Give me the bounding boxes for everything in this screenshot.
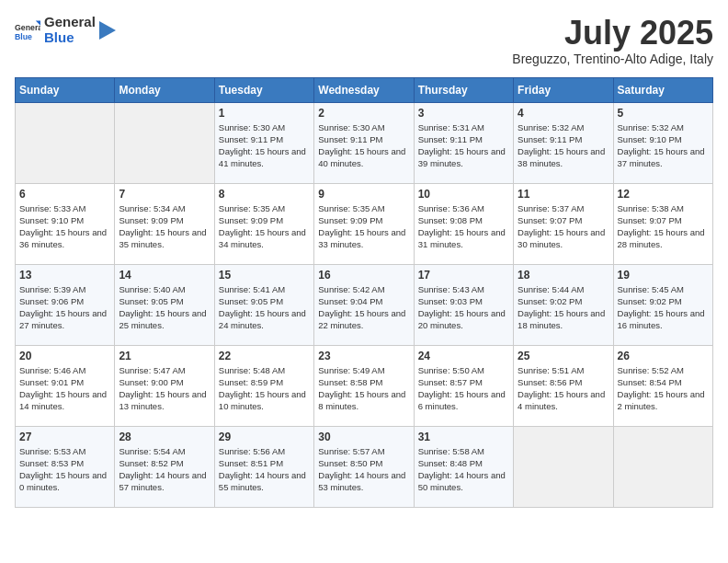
title-block: July 2025 Breguzzo, Trentino-Alto Adige,… <box>512 15 713 66</box>
day-number: 4 <box>518 107 609 120</box>
day-number: 22 <box>219 350 310 362</box>
calendar-cell <box>16 102 115 183</box>
header-monday: Monday <box>115 77 214 102</box>
calendar-cell: 24Sunrise: 5:50 AMSunset: 8:57 PMDayligh… <box>414 345 513 426</box>
day-detail: Sunrise: 5:33 AMSunset: 9:10 PMDaylight:… <box>19 202 110 251</box>
calendar-cell <box>613 426 712 507</box>
day-detail: Sunrise: 5:47 AMSunset: 9:00 PMDaylight:… <box>119 364 210 413</box>
day-detail: Sunrise: 5:53 AMSunset: 8:53 PMDaylight:… <box>19 445 110 494</box>
calendar-cell: 14Sunrise: 5:40 AMSunset: 9:05 PMDayligh… <box>115 264 214 345</box>
logo-general-text: General <box>44 15 96 30</box>
day-number: 23 <box>318 350 409 362</box>
calendar-cell: 21Sunrise: 5:47 AMSunset: 9:00 PMDayligh… <box>115 345 214 426</box>
calendar-cell: 13Sunrise: 5:39 AMSunset: 9:06 PMDayligh… <box>16 264 115 345</box>
day-detail: Sunrise: 5:42 AMSunset: 9:04 PMDaylight:… <box>318 283 409 332</box>
header-saturday: Saturday <box>613 77 712 102</box>
day-number: 31 <box>418 431 509 443</box>
svg-marker-3 <box>99 21 116 40</box>
calendar-cell: 4Sunrise: 5:32 AMSunset: 9:11 PMDaylight… <box>514 102 613 183</box>
day-detail: Sunrise: 5:58 AMSunset: 8:48 PMDaylight:… <box>418 445 509 494</box>
day-number: 18 <box>518 269 609 282</box>
calendar-cell: 9Sunrise: 5:35 AMSunset: 9:09 PMDaylight… <box>314 183 414 264</box>
day-detail: Sunrise: 5:30 AMSunset: 9:11 PMDaylight:… <box>318 121 409 170</box>
svg-text:Blue: Blue <box>15 31 32 40</box>
calendar-table: Sunday Monday Tuesday Wednesday Thursday… <box>15 77 713 508</box>
logo-arrow-icon <box>99 21 116 40</box>
day-number: 16 <box>318 269 409 282</box>
header-thursday: Thursday <box>414 77 513 102</box>
day-detail: Sunrise: 5:40 AMSunset: 9:05 PMDaylight:… <box>119 283 210 332</box>
calendar-cell: 29Sunrise: 5:56 AMSunset: 8:51 PMDayligh… <box>214 426 313 507</box>
header-wednesday: Wednesday <box>314 77 414 102</box>
calendar-cell: 18Sunrise: 5:44 AMSunset: 9:02 PMDayligh… <box>514 264 613 345</box>
calendar-cell: 17Sunrise: 5:43 AMSunset: 9:03 PMDayligh… <box>414 264 513 345</box>
calendar-cell: 25Sunrise: 5:51 AMSunset: 8:56 PMDayligh… <box>514 345 613 426</box>
calendar-cell: 15Sunrise: 5:41 AMSunset: 9:05 PMDayligh… <box>214 264 313 345</box>
day-detail: Sunrise: 5:31 AMSunset: 9:11 PMDaylight:… <box>418 121 509 170</box>
day-number: 12 <box>618 188 709 201</box>
calendar-cell: 7Sunrise: 5:34 AMSunset: 9:09 PMDaylight… <box>115 183 214 264</box>
day-detail: Sunrise: 5:37 AMSunset: 9:07 PMDaylight:… <box>518 202 609 251</box>
header-friday: Friday <box>514 77 613 102</box>
calendar-cell: 19Sunrise: 5:45 AMSunset: 9:02 PMDayligh… <box>613 264 712 345</box>
calendar-cell <box>115 102 214 183</box>
calendar-cell: 30Sunrise: 5:57 AMSunset: 8:50 PMDayligh… <box>314 426 414 507</box>
calendar-cell: 12Sunrise: 5:38 AMSunset: 9:07 PMDayligh… <box>613 183 712 264</box>
calendar-week-row: 27Sunrise: 5:53 AMSunset: 8:53 PMDayligh… <box>16 426 713 507</box>
day-detail: Sunrise: 5:43 AMSunset: 9:03 PMDaylight:… <box>418 283 509 332</box>
day-detail: Sunrise: 5:51 AMSunset: 8:56 PMDaylight:… <box>518 364 609 413</box>
logo: General Blue General Blue <box>15 15 116 45</box>
day-number: 6 <box>19 188 110 201</box>
month-title: July 2025 <box>512 15 713 52</box>
day-number: 1 <box>219 107 310 120</box>
calendar-cell: 11Sunrise: 5:37 AMSunset: 9:07 PMDayligh… <box>514 183 613 264</box>
day-detail: Sunrise: 5:52 AMSunset: 8:54 PMDaylight:… <box>618 364 709 413</box>
day-detail: Sunrise: 5:54 AMSunset: 8:52 PMDaylight:… <box>119 445 210 494</box>
day-number: 15 <box>219 269 310 282</box>
day-number: 30 <box>318 431 409 443</box>
calendar-cell: 20Sunrise: 5:46 AMSunset: 9:01 PMDayligh… <box>16 345 115 426</box>
day-detail: Sunrise: 5:35 AMSunset: 9:09 PMDaylight:… <box>318 202 409 251</box>
calendar-cell: 28Sunrise: 5:54 AMSunset: 8:52 PMDayligh… <box>115 426 214 507</box>
day-detail: Sunrise: 5:45 AMSunset: 9:02 PMDaylight:… <box>618 283 709 332</box>
day-number: 19 <box>618 269 709 282</box>
calendar-cell: 10Sunrise: 5:36 AMSunset: 9:08 PMDayligh… <box>414 183 513 264</box>
day-number: 2 <box>318 107 409 120</box>
day-number: 24 <box>418 350 509 362</box>
day-detail: Sunrise: 5:50 AMSunset: 8:57 PMDaylight:… <box>418 364 509 413</box>
day-number: 28 <box>119 431 210 443</box>
day-detail: Sunrise: 5:46 AMSunset: 9:01 PMDaylight:… <box>19 364 110 413</box>
day-number: 9 <box>318 188 409 201</box>
page-header: General Blue General Blue July 2025 Breg… <box>15 15 713 66</box>
day-detail: Sunrise: 5:38 AMSunset: 9:07 PMDaylight:… <box>618 202 709 251</box>
day-detail: Sunrise: 5:49 AMSunset: 8:58 PMDaylight:… <box>318 364 409 413</box>
day-detail: Sunrise: 5:56 AMSunset: 8:51 PMDaylight:… <box>219 445 310 494</box>
day-number: 14 <box>119 269 210 282</box>
day-detail: Sunrise: 5:34 AMSunset: 9:09 PMDaylight:… <box>119 202 210 251</box>
day-detail: Sunrise: 5:30 AMSunset: 9:11 PMDaylight:… <box>219 121 310 170</box>
day-detail: Sunrise: 5:35 AMSunset: 9:09 PMDaylight:… <box>219 202 310 251</box>
calendar-cell: 1Sunrise: 5:30 AMSunset: 9:11 PMDaylight… <box>214 102 313 183</box>
calendar-week-row: 13Sunrise: 5:39 AMSunset: 9:06 PMDayligh… <box>16 264 713 345</box>
logo-icon: General Blue <box>15 17 40 43</box>
calendar-cell: 23Sunrise: 5:49 AMSunset: 8:58 PMDayligh… <box>314 345 414 426</box>
calendar-week-row: 6Sunrise: 5:33 AMSunset: 9:10 PMDaylight… <box>16 183 713 264</box>
day-detail: Sunrise: 5:44 AMSunset: 9:02 PMDaylight:… <box>518 283 609 332</box>
day-number: 26 <box>618 350 709 362</box>
calendar-cell: 16Sunrise: 5:42 AMSunset: 9:04 PMDayligh… <box>314 264 414 345</box>
day-number: 3 <box>418 107 509 120</box>
header-sunday: Sunday <box>16 77 115 102</box>
day-detail: Sunrise: 5:39 AMSunset: 9:06 PMDaylight:… <box>19 283 110 332</box>
day-number: 5 <box>618 107 709 120</box>
day-number: 25 <box>518 350 609 362</box>
calendar-cell: 31Sunrise: 5:58 AMSunset: 8:48 PMDayligh… <box>414 426 513 507</box>
day-detail: Sunrise: 5:41 AMSunset: 9:05 PMDaylight:… <box>219 283 310 332</box>
calendar-cell: 2Sunrise: 5:30 AMSunset: 9:11 PMDaylight… <box>314 102 414 183</box>
calendar-cell: 27Sunrise: 5:53 AMSunset: 8:53 PMDayligh… <box>16 426 115 507</box>
svg-text:General: General <box>15 23 40 32</box>
day-number: 7 <box>119 188 210 201</box>
logo-blue-text: Blue <box>44 30 96 46</box>
day-number: 21 <box>119 350 210 362</box>
calendar-header-row: Sunday Monday Tuesday Wednesday Thursday… <box>16 77 713 102</box>
day-number: 20 <box>19 350 110 362</box>
